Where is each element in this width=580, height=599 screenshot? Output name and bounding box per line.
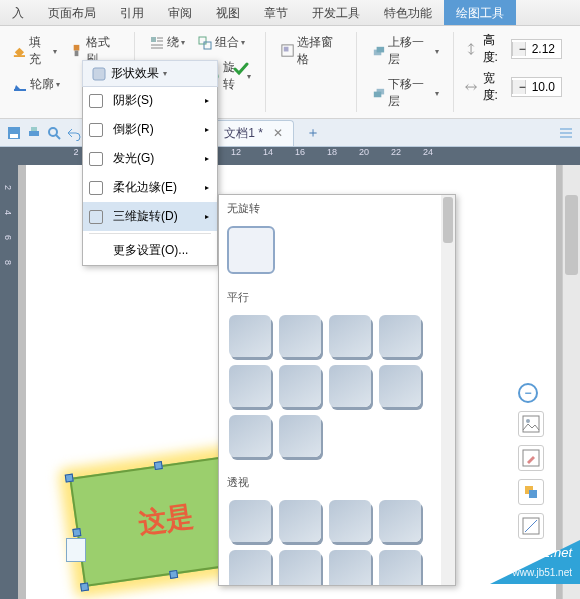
gallery-heading-perspective: 透视 <box>219 469 455 496</box>
resize-handle[interactable] <box>72 528 81 537</box>
vertical-ruler: 2 4 6 8 <box>0 165 18 599</box>
rotation-preset[interactable] <box>379 550 421 586</box>
resize-handle[interactable] <box>65 474 74 483</box>
soft-edge-icon <box>89 181 103 195</box>
move-up-button[interactable]: 上移一层▾ <box>367 32 443 70</box>
pen-icon <box>12 77 28 93</box>
ruler-tick: 4 <box>3 210 13 215</box>
menu-item-label: 更多设置(O)... <box>113 242 188 259</box>
height-spinner[interactable]: −2.12 <box>511 39 562 59</box>
wrap-icon <box>149 35 165 51</box>
tab-insert[interactable]: 入 <box>0 0 36 25</box>
float-tool-image[interactable] <box>518 411 544 437</box>
tab-chapter[interactable]: 章节 <box>252 0 300 25</box>
section-marker-icon[interactable] <box>66 538 86 562</box>
rotation-3d-icon <box>89 210 103 224</box>
rotation-preset[interactable] <box>279 365 321 407</box>
rotation-none-option[interactable] <box>227 226 275 274</box>
wrap-label: 绕 <box>167 34 179 51</box>
rotation-preset[interactable] <box>329 365 371 407</box>
menu-item-glow[interactable]: 发光(G)▸ <box>83 144 217 173</box>
height-value: 2.12 <box>526 42 561 56</box>
chevron-down-icon: ▾ <box>241 38 245 47</box>
chevron-down-icon: ▾ <box>163 69 167 78</box>
rotation-preset[interactable] <box>329 315 371 357</box>
menu-item-3d-rotation[interactable]: 三维旋转(D)▸ <box>83 202 217 231</box>
line-icon <box>522 517 540 535</box>
tab-layout[interactable]: 页面布局 <box>36 0 108 25</box>
tab-feature[interactable]: 特色功能 <box>372 0 444 25</box>
menu-item-reflection[interactable]: 倒影(R)▸ <box>83 115 217 144</box>
add-tab-button[interactable]: ＋ <box>300 124 326 142</box>
rotation-preset[interactable] <box>229 550 271 586</box>
scrollbar-thumb[interactable] <box>443 197 453 243</box>
tab-draw-tools[interactable]: 绘图工具 <box>444 0 516 25</box>
rotation-preset[interactable] <box>329 550 371 586</box>
perspective-thumbnails <box>219 496 455 586</box>
menu-item-label: 阴影(S) <box>113 92 153 109</box>
tab-reference[interactable]: 引用 <box>108 0 156 25</box>
ruler-tick: 20 <box>348 147 380 157</box>
ribbon-group-size: 高度: −2.12 宽度: −10.0 <box>464 32 572 112</box>
svg-rect-22 <box>523 416 539 432</box>
fill-label: 填充 <box>29 34 51 68</box>
rotation-preset[interactable] <box>279 315 321 357</box>
ruler-tick: 8 <box>3 260 13 265</box>
close-icon[interactable]: ✕ <box>273 126 283 140</box>
vertical-scrollbar[interactable] <box>562 165 580 599</box>
undo-icon[interactable] <box>66 125 82 141</box>
gallery-scrollbar[interactable] <box>441 195 455 585</box>
rotation-preset[interactable] <box>229 315 271 357</box>
wrap-button[interactable]: 绕▾ <box>145 32 189 53</box>
float-tool-rotate[interactable] <box>518 479 544 505</box>
outline-button[interactable]: 轮廓▾ <box>8 74 64 95</box>
float-tool-edit[interactable] <box>518 445 544 471</box>
rotation-preset[interactable] <box>279 415 321 457</box>
brush-icon <box>69 43 84 59</box>
resize-handle[interactable] <box>169 570 178 579</box>
menu-item-shadow[interactable]: 阴影(S)▸ <box>83 86 217 115</box>
collapse-button[interactable]: − <box>518 383 538 403</box>
chevron-down-icon: ▾ <box>435 89 439 98</box>
print-icon[interactable] <box>26 125 42 141</box>
minus-icon[interactable]: − <box>512 80 526 94</box>
menu-item-soft-edge[interactable]: 柔化边缘(E)▸ <box>83 173 217 202</box>
tab-view[interactable]: 视图 <box>204 0 252 25</box>
ruler-tick: 2 <box>3 185 13 190</box>
rotation-preset[interactable] <box>229 500 271 542</box>
fill-button[interactable]: 填充▾ <box>8 32 61 70</box>
rotation-preset[interactable] <box>379 315 421 357</box>
menu-item-label: 三维旋转(D) <box>113 208 178 225</box>
rotation-preset[interactable] <box>379 500 421 542</box>
svg-rect-10 <box>284 47 289 52</box>
menu-item-more-settings[interactable]: 更多设置(O)... <box>83 236 217 265</box>
group-label: 组合 <box>215 34 239 51</box>
tab-review[interactable]: 审阅 <box>156 0 204 25</box>
rotation-preset[interactable] <box>229 415 271 457</box>
group-button[interactable]: 组合▾ <box>193 32 249 53</box>
preview-icon[interactable] <box>46 125 62 141</box>
resize-handle[interactable] <box>154 461 163 470</box>
svg-rect-17 <box>29 131 39 136</box>
tab-list-icon[interactable] <box>558 125 574 141</box>
tab-dev[interactable]: 开发工具 <box>300 0 372 25</box>
ribbon-group-order: 选择窗格 <box>276 32 357 112</box>
rotation-preset[interactable] <box>279 500 321 542</box>
shape-effect-button[interactable]: 形状效果 ▾ <box>82 60 218 87</box>
menu-item-label: 柔化边缘(E) <box>113 179 177 196</box>
rotation-preset[interactable] <box>279 550 321 586</box>
rotation-preset[interactable] <box>229 365 271 407</box>
minus-icon[interactable]: − <box>512 42 526 56</box>
move-up-icon <box>371 43 386 59</box>
ribbon-tabs: 入 页面布局 引用 审阅 视图 章节 开发工具 特色功能 绘图工具 <box>0 0 580 26</box>
rotation-preset[interactable] <box>379 365 421 407</box>
move-down-button[interactable]: 下移一层▾ <box>367 74 443 112</box>
scrollbar-thumb[interactable] <box>565 195 578 275</box>
rotation-preset[interactable] <box>329 500 371 542</box>
width-spinner[interactable]: −10.0 <box>511 77 562 97</box>
resize-handle[interactable] <box>80 582 89 591</box>
save-icon[interactable] <box>6 125 22 141</box>
height-icon <box>464 41 478 57</box>
select-pane-button[interactable]: 选择窗格 <box>276 32 346 70</box>
float-tool-line[interactable] <box>518 513 544 539</box>
